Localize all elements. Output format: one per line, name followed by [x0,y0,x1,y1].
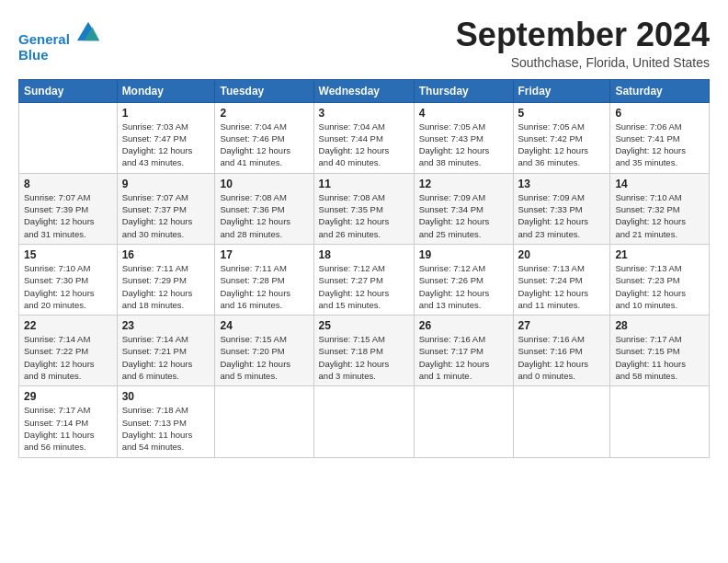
table-row: 16Sunrise: 7:11 AMSunset: 7:29 PMDayligh… [117,244,215,315]
day-number: 6 [615,107,704,120]
table-row: 14Sunrise: 7:10 AMSunset: 7:32 PMDayligh… [610,173,710,244]
table-row: 4Sunrise: 7:05 AMSunset: 7:43 PMDaylight… [414,102,513,173]
col-tuesday: Tuesday [215,79,313,102]
day-number: 14 [615,178,704,190]
day-number: 23 [122,319,210,332]
day-number: 25 [319,319,409,332]
table-row: 24Sunrise: 7:15 AMSunset: 7:20 PMDayligh… [215,316,313,386]
calendar-week-row: 29Sunrise: 7:17 AMSunset: 7:14 PMDayligh… [19,386,710,457]
table-row: 15Sunrise: 7:10 AMSunset: 7:30 PMDayligh… [19,244,118,315]
col-saturday: Saturday [610,79,710,102]
day-info: Sunrise: 7:03 AMSunset: 7:47 PMDaylight:… [122,121,210,169]
day-number: 30 [122,390,210,403]
day-info: Sunrise: 7:09 AMSunset: 7:34 PMDaylight:… [419,191,508,240]
day-info: Sunrise: 7:05 AMSunset: 7:43 PMDaylight:… [419,121,508,169]
table-row: 27Sunrise: 7:16 AMSunset: 7:16 PMDayligh… [513,316,610,386]
table-row: 10Sunrise: 7:08 AMSunset: 7:36 PMDayligh… [215,173,313,244]
table-row [513,386,610,457]
calendar-week-row: 1Sunrise: 7:03 AMSunset: 7:47 PMDaylight… [19,102,710,173]
day-number: 4 [419,107,508,120]
day-info: Sunrise: 7:14 AMSunset: 7:21 PMDaylight:… [122,333,210,382]
day-number: 9 [122,178,210,190]
day-number: 15 [24,248,112,261]
day-info: Sunrise: 7:13 AMSunset: 7:23 PMDaylight:… [615,262,704,311]
calendar-page: General Blue September 2024 Southchase, … [0,0,728,563]
day-number: 8 [24,178,112,190]
month-title: September 2024 [456,17,710,53]
day-info: Sunrise: 7:15 AMSunset: 7:20 PMDaylight:… [220,333,308,382]
table-row [215,386,313,457]
calendar-week-row: 15Sunrise: 7:10 AMSunset: 7:30 PMDayligh… [19,244,710,315]
table-row: 28Sunrise: 7:17 AMSunset: 7:15 PMDayligh… [610,316,710,386]
day-info: Sunrise: 7:08 AMSunset: 7:35 PMDaylight:… [319,191,409,240]
day-number: 11 [319,178,409,190]
table-row: 20Sunrise: 7:13 AMSunset: 7:24 PMDayligh… [513,244,610,315]
day-info: Sunrise: 7:18 AMSunset: 7:13 PMDaylight:… [122,404,210,453]
logo: General Blue [18,20,101,63]
logo-icon [75,18,101,44]
day-info: Sunrise: 7:07 AMSunset: 7:39 PMDaylight:… [24,191,112,240]
header: General Blue September 2024 Southchase, … [18,17,710,70]
table-row: 26Sunrise: 7:16 AMSunset: 7:17 PMDayligh… [414,316,513,386]
day-info: Sunrise: 7:05 AMSunset: 7:42 PMDaylight:… [518,121,606,169]
day-number: 18 [319,248,409,261]
day-number: 10 [220,178,308,190]
table-row: 12Sunrise: 7:09 AMSunset: 7:34 PMDayligh… [414,173,513,244]
location-subtitle: Southchase, Florida, United States [456,55,710,70]
day-info: Sunrise: 7:10 AMSunset: 7:32 PMDaylight:… [615,191,704,240]
table-row [610,386,710,457]
day-info: Sunrise: 7:17 AMSunset: 7:14 PMDaylight:… [24,404,112,453]
day-number: 20 [518,248,606,261]
day-number: 13 [518,178,606,190]
day-info: Sunrise: 7:12 AMSunset: 7:27 PMDaylight:… [319,262,409,311]
table-row: 21Sunrise: 7:13 AMSunset: 7:23 PMDayligh… [610,244,710,315]
table-row: 25Sunrise: 7:15 AMSunset: 7:18 PMDayligh… [313,316,414,386]
calendar-header-row: Sunday Monday Tuesday Wednesday Thursday… [19,79,710,102]
day-number: 3 [319,107,409,120]
table-row [19,102,118,173]
table-row: 3Sunrise: 7:04 AMSunset: 7:44 PMDaylight… [313,102,414,173]
calendar-week-row: 8Sunrise: 7:07 AMSunset: 7:39 PMDaylight… [19,173,710,244]
calendar-table: Sunday Monday Tuesday Wednesday Thursday… [18,79,710,458]
day-number: 24 [220,319,308,332]
table-row: 9Sunrise: 7:07 AMSunset: 7:37 PMDaylight… [117,173,215,244]
day-info: Sunrise: 7:12 AMSunset: 7:26 PMDaylight:… [419,262,508,311]
table-row: 5Sunrise: 7:05 AMSunset: 7:42 PMDaylight… [513,102,610,173]
day-number: 27 [518,319,606,332]
table-row [313,386,414,457]
table-row: 1Sunrise: 7:03 AMSunset: 7:47 PMDaylight… [117,102,215,173]
day-number: 26 [419,319,508,332]
day-info: Sunrise: 7:14 AMSunset: 7:22 PMDaylight:… [24,333,112,382]
table-row [414,386,513,457]
logo-blue: Blue [18,48,101,63]
day-number: 21 [615,248,704,261]
day-info: Sunrise: 7:07 AMSunset: 7:37 PMDaylight:… [122,191,210,240]
day-info: Sunrise: 7:11 AMSunset: 7:28 PMDaylight:… [220,262,308,311]
day-number: 17 [220,248,308,261]
day-number: 16 [122,248,210,261]
day-info: Sunrise: 7:09 AMSunset: 7:33 PMDaylight:… [518,191,606,240]
day-info: Sunrise: 7:16 AMSunset: 7:16 PMDaylight:… [518,333,606,382]
day-number: 5 [518,107,606,120]
table-row: 29Sunrise: 7:17 AMSunset: 7:14 PMDayligh… [19,386,118,457]
day-number: 29 [24,390,112,403]
logo-general: General [18,31,70,47]
day-info: Sunrise: 7:15 AMSunset: 7:18 PMDaylight:… [319,333,409,382]
calendar-week-row: 22Sunrise: 7:14 AMSunset: 7:22 PMDayligh… [19,316,710,386]
col-sunday: Sunday [19,79,118,102]
table-row: 6Sunrise: 7:06 AMSunset: 7:41 PMDaylight… [610,102,710,173]
day-number: 1 [122,107,210,120]
table-row: 23Sunrise: 7:14 AMSunset: 7:21 PMDayligh… [117,316,215,386]
day-info: Sunrise: 7:10 AMSunset: 7:30 PMDaylight:… [24,262,112,311]
table-row: 22Sunrise: 7:14 AMSunset: 7:22 PMDayligh… [19,316,118,386]
day-info: Sunrise: 7:04 AMSunset: 7:44 PMDaylight:… [319,121,409,169]
col-thursday: Thursday [414,79,513,102]
table-row: 13Sunrise: 7:09 AMSunset: 7:33 PMDayligh… [513,173,610,244]
day-info: Sunrise: 7:16 AMSunset: 7:17 PMDaylight:… [419,333,508,382]
col-friday: Friday [513,79,610,102]
table-row: 17Sunrise: 7:11 AMSunset: 7:28 PMDayligh… [215,244,313,315]
day-number: 22 [24,319,112,332]
col-wednesday: Wednesday [313,79,414,102]
title-block: September 2024 Southchase, Florida, Unit… [456,17,710,70]
day-info: Sunrise: 7:13 AMSunset: 7:24 PMDaylight:… [518,262,606,311]
